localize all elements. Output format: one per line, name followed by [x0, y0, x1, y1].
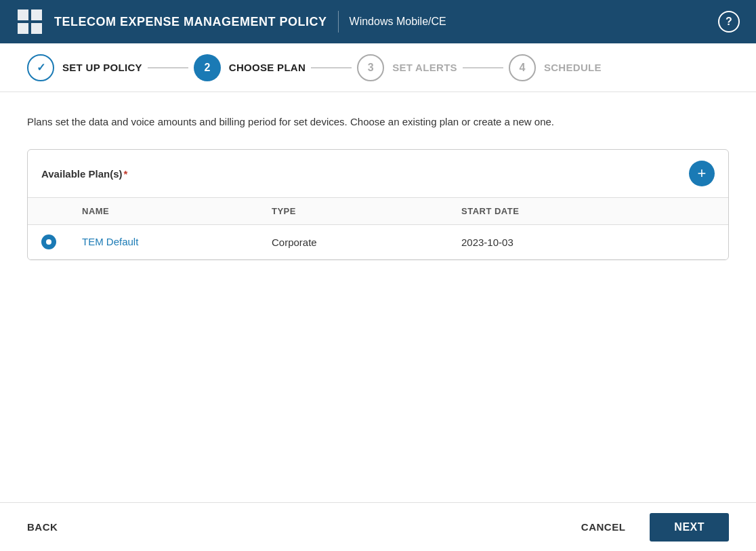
connector-2-3 — [311, 67, 352, 68]
step-1-label: SET UP POLICY — [62, 62, 142, 73]
plans-header: Available Plan(s)* + — [28, 150, 728, 198]
step-2-label: CHOOSE PLAN — [229, 62, 306, 73]
svg-rect-2 — [18, 23, 28, 34]
col-name-header: NAME — [82, 206, 272, 216]
row-date-cell: 2023-10-03 — [461, 237, 715, 248]
step-1-circle: ✓ — [27, 54, 54, 81]
step-3-label: SET ALERTS — [392, 62, 457, 73]
cancel-button[interactable]: CANCEL — [568, 514, 639, 539]
app-header: TELECOM EXPENSE MANAGEMENT POLICY Window… — [0, 0, 756, 43]
svg-rect-3 — [31, 23, 42, 34]
step-2-circle: 2 — [194, 54, 221, 81]
svg-rect-0 — [18, 9, 28, 20]
connector-3-4 — [463, 67, 503, 68]
col-spacer — [41, 206, 82, 216]
table-header: NAME TYPE START DATE — [28, 198, 728, 225]
help-button[interactable]: ? — [718, 11, 740, 33]
plans-container: Available Plan(s)* + NAME TYPE START DAT… — [27, 149, 729, 260]
radio-selected-icon[interactable] — [41, 234, 56, 249]
step-1: ✓ SET UP POLICY — [27, 54, 142, 81]
connector-1-2 — [148, 67, 188, 68]
header-divider — [338, 11, 339, 33]
table-row[interactable]: TEM Default Corporate 2023-10-03 — [28, 225, 728, 260]
wizard-stepper: ✓ SET UP POLICY 2 CHOOSE PLAN 3 SET ALER… — [0, 43, 756, 92]
col-date-header: START DATE — [461, 206, 715, 216]
row-type-cell: Corporate — [272, 237, 461, 248]
plans-section-title: Available Plan(s)* — [41, 168, 127, 180]
windows-logo-icon — [16, 8, 43, 35]
step-3-circle: 3 — [357, 54, 384, 81]
back-button[interactable]: BACK — [27, 521, 58, 533]
step-4-circle: 4 — [509, 54, 536, 81]
step-4-label: SCHEDULE — [544, 62, 602, 73]
page-description: Plans set the data and voice amounts and… — [27, 114, 729, 130]
app-title: TELECOM EXPENSE MANAGEMENT POLICY — [54, 15, 327, 29]
svg-rect-1 — [31, 9, 42, 20]
platform-label: Windows Mobile/CE — [350, 16, 446, 28]
row-radio-cell[interactable] — [41, 234, 82, 249]
radio-inner — [46, 239, 51, 245]
next-button[interactable]: NEXT — [650, 513, 729, 542]
plan-name-link[interactable]: TEM Default — [82, 236, 138, 247]
main-content: Plans set the data and voice amounts and… — [0, 92, 756, 502]
step-3: 3 SET ALERTS — [357, 54, 457, 81]
required-indicator: * — [124, 168, 128, 180]
row-name-cell[interactable]: TEM Default — [82, 236, 272, 248]
step-2: 2 CHOOSE PLAN — [194, 54, 306, 81]
add-plan-button[interactable]: + — [689, 161, 715, 186]
col-type-header: TYPE — [272, 206, 461, 216]
wizard-footer: BACK CANCEL NEXT — [0, 502, 756, 551]
footer-right-actions: CANCEL NEXT — [568, 513, 729, 542]
step-4: 4 SCHEDULE — [509, 54, 602, 81]
